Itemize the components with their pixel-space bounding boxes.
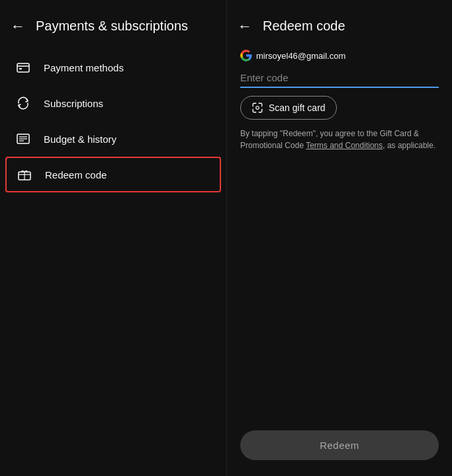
gift-card-icon bbox=[17, 167, 32, 182]
terms-after: , as applicable. bbox=[383, 141, 435, 150]
right-panel-title: Redeem code bbox=[263, 19, 345, 34]
left-panel: ← Payments & subscriptions Payment metho… bbox=[0, 0, 226, 476]
google-icon bbox=[240, 50, 252, 61]
svg-rect-0 bbox=[17, 63, 29, 72]
sidebar-item-payment-methods[interactable]: Payment methods bbox=[0, 50, 226, 85]
code-input[interactable] bbox=[240, 72, 439, 83]
credit-card-icon bbox=[16, 60, 30, 75]
right-header: ← Redeem code bbox=[227, 11, 452, 44]
refresh-icon bbox=[16, 96, 30, 110]
scan-gift-card-button[interactable]: Scan gift card bbox=[240, 96, 337, 120]
menu-list: Payment methods Subscriptions bbox=[0, 50, 226, 192]
sidebar-item-label: Payment methods bbox=[44, 62, 124, 73]
right-panel: ← Redeem code mirsoyel46@gmail.com bbox=[226, 0, 452, 476]
redeem-button[interactable]: Redeem bbox=[240, 430, 439, 460]
account-row: mirsoyel46@gmail.com bbox=[240, 50, 439, 61]
sidebar-item-label: Redeem code bbox=[45, 169, 107, 180]
sidebar-item-budget-history[interactable]: Budget & history bbox=[0, 121, 226, 157]
list-icon bbox=[16, 132, 30, 146]
account-email: mirsoyel46@gmail.com bbox=[256, 51, 345, 61]
camera-icon bbox=[251, 102, 263, 114]
sidebar-item-redeem-code[interactable]: Redeem code bbox=[5, 157, 221, 192]
right-back-button[interactable]: ← bbox=[238, 19, 252, 34]
svg-point-10 bbox=[256, 106, 259, 110]
terms-text: By tapping "Redeem", you agree to the Gi… bbox=[240, 128, 439, 151]
scan-button-label: Scan gift card bbox=[269, 102, 326, 113]
terms-link[interactable]: Terms and Conditions bbox=[306, 141, 383, 150]
sidebar-item-label: Subscriptions bbox=[44, 98, 103, 109]
code-input-wrapper[interactable] bbox=[240, 72, 439, 88]
sidebar-item-subscriptions[interactable]: Subscriptions bbox=[0, 85, 226, 121]
svg-rect-2 bbox=[19, 68, 22, 69]
left-header: ← Payments & subscriptions bbox=[0, 11, 226, 44]
left-panel-title: Payments & subscriptions bbox=[36, 19, 188, 34]
sidebar-item-label: Budget & history bbox=[44, 134, 116, 145]
left-back-button[interactable]: ← bbox=[11, 19, 25, 34]
redeem-footer: Redeem bbox=[227, 420, 452, 476]
right-content: mirsoyel46@gmail.com Scan gift card By t… bbox=[227, 44, 452, 420]
